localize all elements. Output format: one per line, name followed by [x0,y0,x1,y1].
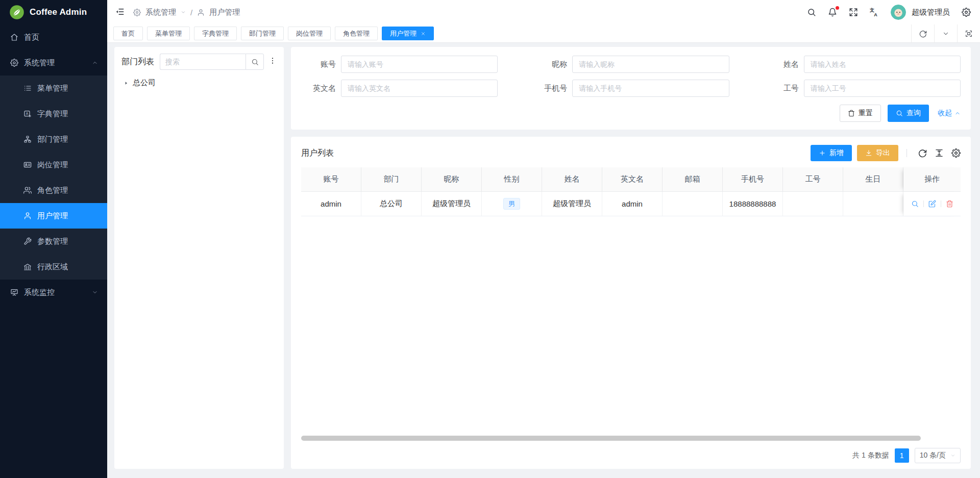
plus-icon [819,149,826,157]
row-height-button[interactable] [935,148,944,158]
app-root: Coffee Admin 首页 系统管理 菜单管理 字典管理 [0,0,980,478]
cell-dept: 总公司 [361,192,422,216]
translate-icon[interactable] [870,8,879,17]
tab-maximize-button[interactable] [957,24,980,42]
tab-role-mgmt[interactable]: 角色管理 [335,27,378,40]
list-icon [23,84,32,92]
search-icon[interactable] [807,8,816,17]
sidebar-item-system-monitor-label: 系统监控 [24,288,86,297]
column-header: 生日 [843,167,903,192]
chevron-up-icon [954,110,961,116]
collapse-filter-link[interactable]: 收起 [938,109,961,118]
sidebar-collapse-icon[interactable] [115,7,125,18]
name-input[interactable] [804,56,961,73]
sidebar-item-user-mgmt[interactable]: 用户管理 [0,203,107,229]
dept-search-input[interactable] [160,54,246,70]
table-empty-space [301,216,961,436]
dept-search-button[interactable] [246,54,264,70]
brand-logo: Coffee Admin [0,0,107,24]
notification-bell[interactable] [828,8,837,17]
sidebar-item-menu-mgmt[interactable]: 菜单管理 [0,76,107,101]
field-label: 账号 [301,60,336,69]
table-refresh-button[interactable] [918,148,927,158]
en-name-input[interactable] [341,80,498,97]
sidebar-item-system-monitor[interactable]: 系统监控 [0,280,107,305]
tab-refresh-button[interactable] [911,24,934,42]
sidebar-item-home[interactable]: 首页 [0,24,107,50]
page-size-select[interactable]: 10 条/页 [915,448,961,463]
nickname-input[interactable] [572,56,729,73]
tab-bar: 首页 菜单管理 字典管理 部门管理 岗位管理 角色管理 用户管理 [107,24,980,43]
tab-dept-mgmt[interactable]: 部门管理 [241,27,284,40]
sidebar-item-post-mgmt[interactable]: 岗位管理 [0,152,107,178]
dictionary-icon [23,110,32,118]
search-button[interactable]: 查询 [888,105,929,122]
tab-dict-mgmt[interactable]: 字典管理 [194,27,237,40]
edit-row-button[interactable] [928,200,936,208]
leaf-logo-icon [9,5,24,20]
sidebar-item-dept-mgmt-label: 部门管理 [37,135,98,144]
tab-home[interactable]: 首页 [113,27,143,40]
reset-button[interactable]: 重置 [840,105,881,122]
current-user-name[interactable]: 超级管理员 [912,8,950,17]
tab-user-mgmt[interactable]: 用户管理 [382,27,434,40]
sidebar-item-system-mgmt[interactable]: 系统管理 [0,50,107,76]
caret-right-icon[interactable] [123,80,129,86]
add-user-button[interactable]: 新增 [811,145,852,161]
gear-icon [133,9,141,16]
account-input[interactable] [341,56,498,73]
row-height-icon [935,148,944,158]
notification-badge [836,6,839,10]
sidebar-item-role-mgmt-label: 角色管理 [37,186,98,195]
export-button[interactable]: 导出 [857,145,898,161]
cell-phone: 18888888888 [723,192,783,216]
dept-more-menu[interactable] [268,57,277,67]
sidebar-item-dept-mgmt[interactable]: 部门管理 [0,127,107,152]
tab-dropdown-button[interactable] [934,24,957,42]
trash-icon [848,110,855,117]
phone-input[interactable] [572,80,729,97]
fullscreen-icon[interactable] [849,8,858,17]
tab-post-mgmt[interactable]: 岗位管理 [288,27,331,40]
sidebar-item-param-mgmt-label: 参数管理 [37,237,98,246]
search-button-label: 查询 [906,109,921,118]
user-icon [23,212,32,220]
top-header: 系统管理 / 用户管理 [107,0,980,24]
field-en-name: 英文名 [301,80,498,97]
sidebar-item-admin-region[interactable]: 行政区域 [0,254,107,280]
column-header: 手机号 [723,167,783,192]
action-divider [941,200,941,207]
sidebar-item-dict-mgmt[interactable]: 字典管理 [0,101,107,127]
view-row-button[interactable] [911,200,919,208]
filter-form: 账号 昵称 姓名 英文名 [291,47,971,130]
tab-close-icon[interactable] [421,31,426,36]
tab-controls [911,24,980,42]
job-no-input[interactable] [804,80,961,97]
toolbar-divider [906,149,907,157]
tab-menu-mgmt[interactable]: 菜单管理 [147,27,190,40]
field-nickname: 昵称 [532,56,729,73]
filter-actions: 重置 查询 收起 [301,105,961,122]
breadcrumb-level1[interactable]: 系统管理 [145,8,176,17]
cell-email [663,192,723,216]
page-button-1[interactable]: 1 [895,448,909,463]
delete-row-button[interactable] [946,200,953,208]
users-icon [23,186,32,194]
user-icon [197,9,205,16]
table-settings-button[interactable] [951,148,961,158]
right-column: 账号 昵称 姓名 英文名 [291,47,971,469]
avatar[interactable] [891,5,906,20]
settings-gear-icon[interactable] [962,8,971,17]
sidebar-item-role-mgmt[interactable]: 角色管理 [0,178,107,203]
sidebar-item-param-mgmt[interactable]: 参数管理 [0,229,107,254]
refresh-icon [918,148,927,158]
dept-search [160,54,264,70]
tree-node-company[interactable]: 总公司 [121,78,277,88]
horizontal-scrollbar[interactable] [301,436,921,441]
sidebar-submenu-system: 菜单管理 字典管理 部门管理 岗位管理 角色管理 [0,76,107,280]
page-content: 部门列表 总公司 账号 [107,43,980,478]
breadcrumb-level2: 用户管理 [209,8,240,17]
main-area: 系统管理 / 用户管理 [107,0,980,478]
maximize-icon [965,30,973,38]
monitor-icon [10,288,18,296]
